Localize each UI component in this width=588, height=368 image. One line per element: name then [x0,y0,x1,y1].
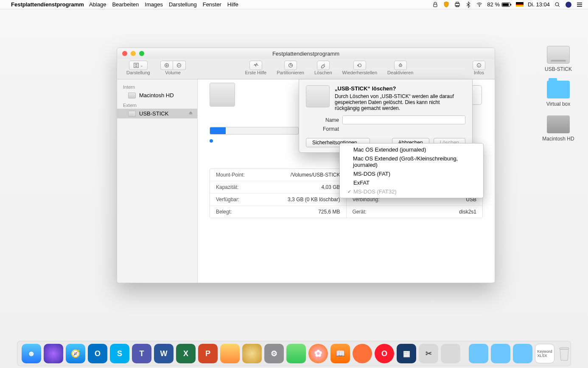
dialog-description: Durch Löschen von „USB-STICK“ werden all… [335,93,454,111]
window-zoom-button[interactable] [139,51,144,56]
dock-folder[interactable] [491,344,510,363]
input-name[interactable] [342,115,465,124]
dock-firefox[interactable] [353,344,372,363]
status-battery[interactable]: 82 % [487,1,512,8]
eject-icon[interactable] [188,111,193,116]
format-option[interactable]: Mac OS Extended (Groß-/Kleinschreibung, … [340,154,483,169]
menu-images[interactable]: Images [145,1,163,8]
menu-view[interactable]: Darstellung [169,1,197,8]
toolbar-volume[interactable]: Volume [160,61,186,75]
info-row: Gerät:disk2s1 [347,205,483,218]
dock-trash[interactable] [557,344,571,363]
desktop-icon-usb[interactable]: USB-STICK [541,46,575,72]
label-name: Name [311,117,339,123]
status-flag-icon[interactable] [516,2,524,7]
window-title: Festplattendienstprogramm [117,51,495,57]
system-menubar: Festplattendienstprogramm Ablage Bearbei… [0,0,588,9]
disk-utility-window: Festplattendienstprogramm ⌄ Darstellung … [117,48,495,283]
format-dropdown[interactable]: Mac OS Extended (journaled) Mac OS Exten… [339,143,484,198]
toolbar-view[interactable]: ⌄ Darstellung [126,61,150,75]
status-notification-icon[interactable] [576,1,583,8]
dock-teams[interactable]: T [132,344,151,363]
info-row: Belegt:725,6 MB [210,205,346,218]
status-datetime[interactable]: Di. 13:04 [528,1,550,8]
desktop-icon-hdd[interactable]: Macintosh HD [541,115,575,142]
dock-photos[interactable] [220,344,240,363]
sidebar-item-usb-stick[interactable]: USB-STICK [117,109,197,118]
usage-legend [210,138,215,144]
dock-opera[interactable]: O [375,344,394,363]
dock-folder[interactable] [469,344,488,363]
svg-point-4 [479,6,480,7]
status-siri-icon[interactable] [565,1,572,8]
status-shield-icon[interactable] [443,1,450,8]
sidebar-section-external: Extern [117,100,197,109]
window-toolbar: ⌄ Darstellung Volume Erste Hilfe Partiti… [117,59,495,79]
erase-dialog: „USB-STICK“ löschen? Durch Löschen von „… [299,79,473,153]
window-minimize-button[interactable] [131,51,136,56]
status-spotlight-icon[interactable] [554,1,561,8]
dock-folder[interactable] [513,344,532,363]
dock-utility1[interactable]: ✂ [419,344,438,363]
dock-preview[interactable] [242,344,262,363]
status-printer-icon[interactable] [454,1,461,8]
window-close-button[interactable] [122,51,127,56]
sidebar: Intern Macintosh HD Extern USB-STICK [117,79,198,283]
menu-help[interactable]: Hilfe [227,1,238,8]
dock-powerpoint[interactable]: P [198,344,218,363]
dock-file-keyword[interactable]: KeywordXLSX [535,344,554,363]
info-row: Verfügbar:3,3 GB (0 KB löschbar) [210,193,346,205]
svg-rect-0 [434,4,437,7]
volume-icon [210,83,235,107]
info-row: Kapazität:4,03 GB [210,181,346,193]
dock-sysprefs[interactable]: ⚙ [264,344,284,363]
svg-point-8 [555,3,559,6]
dock-word[interactable]: W [154,344,174,363]
dock-siri[interactable] [44,344,63,363]
content-pane: 4,03 GB Mount-Point:/Volumes/USB-STICK K… [198,79,495,283]
menu-file[interactable]: Ablage [89,1,106,8]
dock-virtualbox[interactable]: ▦ [397,344,416,363]
menubar-app-name[interactable]: Festplattendienstprogramm [11,1,84,8]
window-titlebar[interactable]: Festplattendienstprogramm [117,48,495,59]
disk-icon [128,111,136,117]
toolbar-restore[interactable]: Wiederherstellen [342,61,378,75]
sidebar-item-macintosh-hd[interactable]: Macintosh HD [117,90,197,100]
status-lock-icon[interactable] [432,1,439,8]
dock-photosapp[interactable]: ✿ [308,344,328,363]
dock-outlook[interactable]: O [88,344,107,363]
desktop-icon-folder[interactable]: Virtual box [541,81,575,107]
toolbar-partition[interactable]: Partitionieren [277,61,304,75]
dock-excel[interactable]: X [176,344,196,363]
format-option[interactable]: MS-DOS (FAT) [340,169,483,178]
dialog-title: „USB-STICK“ löschen? [335,85,465,92]
format-option-current[interactable]: ✓MS-DOS (FAT32) [340,187,483,196]
dock-utility2[interactable] [441,344,460,363]
svg-point-9 [566,2,571,8]
svg-rect-7 [510,4,511,6]
dock-maps[interactable] [286,344,306,363]
menu-edit[interactable]: Bearbeiten [112,1,139,8]
toolbar-unmount[interactable]: Deaktivieren [387,61,413,75]
menu-window[interactable]: Fenster [203,1,221,8]
usage-bar [210,127,299,135]
toolbar-firstaid[interactable]: Erste Hilfe [245,61,266,75]
svg-rect-2 [456,2,459,3]
format-option[interactable]: Mac OS Extended (journaled) [340,145,483,154]
dock: ☻ 🧭 O S T W X P ⚙ ✿ 📖 O ▦ ✂ KeywordXLSX [17,341,571,366]
sidebar-section-internal: Intern [117,82,197,90]
dock-finder[interactable]: ☻ [22,344,41,363]
dock-books[interactable]: 📖 [330,344,350,363]
svg-rect-15 [560,348,569,349]
label-format: Format [311,126,339,132]
format-option[interactable]: ExFAT [340,178,483,187]
dialog-drive-icon [306,85,330,107]
toolbar-info[interactable]: Infos [473,61,485,75]
toolbar-erase[interactable]: Löschen [314,61,332,75]
status-wifi-icon[interactable] [476,1,483,8]
svg-rect-6 [502,3,509,6]
status-bluetooth-icon[interactable] [465,1,472,8]
dock-skype[interactable]: S [110,344,129,363]
disk-icon [128,93,136,98]
dock-safari[interactable]: 🧭 [66,344,85,363]
